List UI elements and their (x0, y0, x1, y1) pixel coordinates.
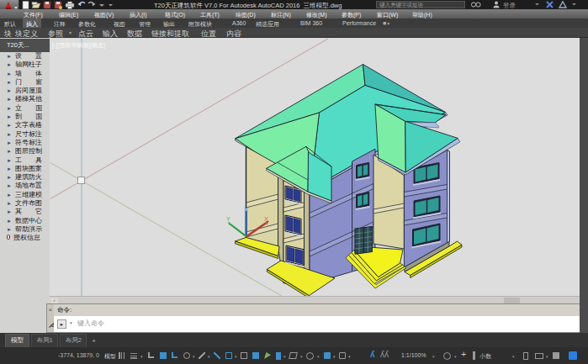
svg-text:X: X (264, 215, 268, 223)
svg-text:登录: 登录 (503, 2, 516, 9)
svg-text:Y: Y (226, 216, 230, 222)
